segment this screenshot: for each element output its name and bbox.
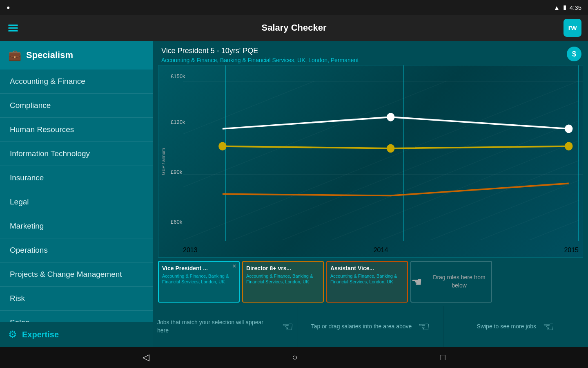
- drag-hand-icon: ☚: [411, 275, 422, 289]
- y-label-150k: £150k: [171, 73, 185, 79]
- svg-point-15: [565, 142, 572, 150]
- chart-header: Vice President 5 - 10yrs' PQE Accounting…: [153, 41, 588, 65]
- chart-title: Vice President 5 - 10yrs' PQE: [161, 47, 580, 55]
- sidebar-item-operations[interactable]: Operations: [0, 238, 153, 263]
- role-card-avp-subtitle: Accounting & Finance, Banking & Financia…: [330, 273, 404, 285]
- svg-line-1: [232, 81, 579, 240]
- currency-icon[interactable]: $: [567, 47, 581, 61]
- svg-line-7: [529, 81, 579, 240]
- main-layout: 💼 Specialism Accounting & Finance Compli…: [0, 41, 588, 347]
- specialism-icon: 💼: [8, 49, 21, 62]
- app-logo: rw: [564, 19, 581, 37]
- x-label-2014: 2014: [374, 247, 388, 254]
- sidebar-item-compliance[interactable]: Compliance: [0, 94, 153, 118]
- sidebar: 💼 Specialism Accounting & Finance Compli…: [0, 41, 153, 347]
- svg-point-11: [387, 112, 394, 121]
- sidebar-item-marketing[interactable]: Marketing: [0, 214, 153, 238]
- time-display: 4:35: [570, 4, 581, 11]
- y-axis-label: GBP / annum: [161, 148, 166, 175]
- hints-row: Jobs that match your selection will appe…: [153, 306, 588, 347]
- bottom-navigation: ◁ ○ □: [0, 347, 588, 368]
- sidebar-item-hr[interactable]: Human Resources: [0, 118, 153, 142]
- header: Salary Checker rw: [0, 15, 588, 41]
- hint-drag-salaries-text: Tap or drag salaries into the area above: [311, 323, 412, 331]
- role-card-vp-title: Vice President ...: [162, 265, 236, 272]
- svg-point-14: [387, 144, 394, 153]
- svg-point-12: [565, 124, 572, 133]
- role-card-director[interactable]: Director 8+ vrs... Accounting & Finance,…: [242, 261, 324, 303]
- hint-jobs-match-text: Jobs that match your selection will appe…: [157, 319, 275, 334]
- chart-subtitle: Accounting & Finance, Banking & Financia…: [161, 57, 580, 63]
- sidebar-item-legal[interactable]: Legal: [0, 190, 153, 214]
- hint-jobs-match: Jobs that match your selection will appe…: [153, 306, 298, 347]
- svg-point-13: [218, 142, 226, 150]
- salary-chart: GBP / annum £150k £120k £90k £60k: [158, 65, 583, 258]
- x-axis-labels: 2013 2014 2015: [183, 247, 579, 254]
- content-area: Vice President 5 - 10yrs' PQE Accounting…: [153, 41, 588, 347]
- role-card-director-subtitle: Accounting & Finance, Banking & Financia…: [246, 273, 320, 285]
- sidebar-header: 💼 Specialism: [0, 41, 153, 70]
- sidebar-item-it[interactable]: Information Technology: [0, 142, 153, 166]
- role-card-avp[interactable]: Assistant Vice... Accounting & Finance, …: [326, 261, 408, 303]
- role-cards-row: ✕ Vice President ... Accounting & Financ…: [153, 261, 588, 306]
- sidebar-list: Accounting & Finance Compliance Human Re…: [0, 70, 153, 322]
- sidebar-footer: ⚙ Expertise: [0, 322, 153, 347]
- sidebar-item-sales[interactable]: Sales: [0, 311, 153, 322]
- status-bar: ● ▲ ▮ 4:35: [0, 0, 588, 15]
- drag-roles-text: Drag roles here from below: [427, 274, 491, 289]
- svg-line-8: [183, 81, 579, 187]
- recents-button[interactable]: □: [440, 352, 445, 363]
- x-label-2015: 2015: [564, 247, 579, 254]
- close-vp-button[interactable]: ✕: [232, 263, 236, 269]
- sidebar-item-projects[interactable]: Projects & Change Management: [0, 263, 153, 287]
- x-label-2013: 2013: [183, 247, 198, 254]
- svg-line-0: [183, 81, 579, 240]
- battery-icon: ▮: [563, 4, 566, 11]
- y-label-90k: £90k: [171, 169, 182, 175]
- hint-drag-salaries-icon: ☜: [418, 319, 430, 334]
- sidebar-header-title: Specialism: [26, 50, 73, 61]
- svg-line-3: [331, 81, 579, 240]
- drag-roles-placeholder: ☚ Drag roles here from below: [410, 261, 492, 303]
- y-label-60k: £60k: [171, 219, 182, 225]
- back-button[interactable]: ◁: [143, 352, 149, 363]
- signal-icon: ▲: [554, 4, 560, 11]
- status-bar-left: ●: [7, 4, 10, 11]
- hint-swipe-jobs: Swipe to see more jobs ☜: [443, 306, 588, 347]
- sidebar-item-risk[interactable]: Risk: [0, 287, 153, 311]
- sidebar-item-insurance[interactable]: Insurance: [0, 166, 153, 190]
- hint-drag-salaries: Tap or drag salaries into the area above…: [298, 306, 443, 347]
- role-card-vp-subtitle: Accounting & Finance, Banking & Financia…: [162, 273, 236, 285]
- header-title: Salary Checker: [262, 22, 327, 33]
- expertise-icon: ⚙: [8, 329, 17, 340]
- sidebar-footer-title: Expertise: [22, 330, 59, 339]
- menu-button[interactable]: [8, 25, 18, 31]
- svg-line-5: [430, 81, 579, 240]
- role-card-vp[interactable]: ✕ Vice President ... Accounting & Financ…: [158, 261, 240, 303]
- hint-swipe-jobs-text: Swipe to see more jobs: [477, 323, 537, 331]
- status-bar-right: ▲ ▮ 4:35: [554, 4, 581, 11]
- role-card-avp-title: Assistant Vice...: [330, 265, 404, 272]
- status-icon: ●: [7, 4, 10, 11]
- role-card-director-title: Director 8+ vrs...: [246, 265, 320, 272]
- hint-jobs-match-icon: ☜: [282, 319, 294, 334]
- hint-swipe-jobs-icon: ☜: [543, 319, 555, 334]
- home-button[interactable]: ○: [292, 352, 297, 363]
- chart-lines-svg: [183, 81, 579, 240]
- sidebar-item-accounting[interactable]: Accounting & Finance: [0, 70, 153, 94]
